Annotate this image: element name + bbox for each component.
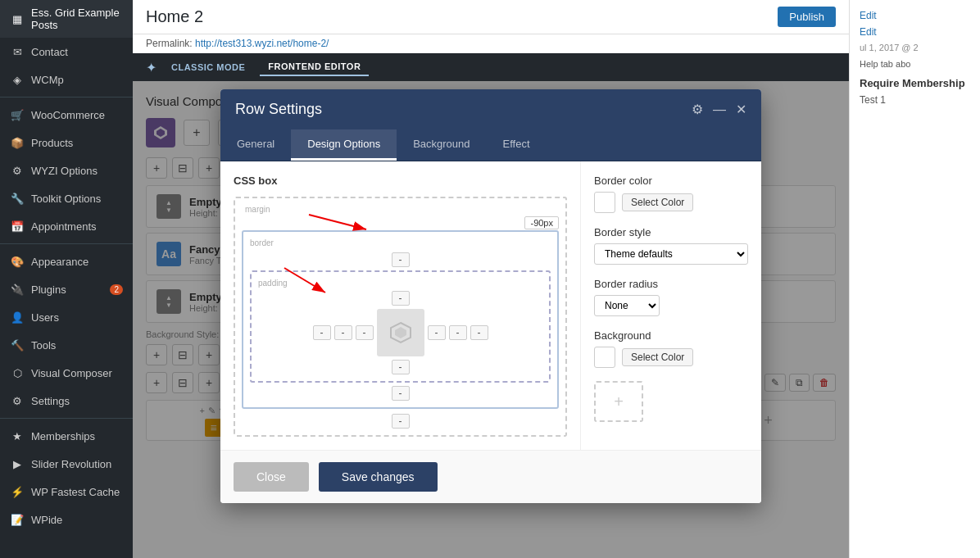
sidebar-item-wyzi-options[interactable]: ⚙ WYZI Options xyxy=(0,157,133,184)
classic-mode-button[interactable]: CLASSIC MODE xyxy=(163,59,253,75)
permalink-link[interactable]: http://test313.wyzi.net/home-2/ xyxy=(195,38,329,49)
background-color-select-button[interactable]: Select Color xyxy=(622,348,693,366)
modal-settings-button[interactable]: ⚙ xyxy=(692,102,703,117)
background-color-row: Select Color xyxy=(594,347,748,368)
separator-1 xyxy=(0,97,133,98)
padding-right-minus[interactable]: - xyxy=(428,325,446,340)
border-radius-group: Border radius None xyxy=(594,278,748,316)
save-changes-button[interactable]: Save changes xyxy=(319,462,438,492)
right-sidebar: Edit Edit ul 1, 2017 @ 2 Help tab abo Re… xyxy=(849,0,980,558)
sidebar-item-label: Plugins xyxy=(31,284,66,296)
sidebar-item-label: WooCommerce xyxy=(31,109,105,121)
border-box: border - padding xyxy=(242,230,559,409)
border-color-group: Border color Select Color xyxy=(594,175,748,213)
page-title: Home 2 xyxy=(146,7,203,26)
edit-link-1[interactable]: Edit xyxy=(860,10,970,21)
border-label: border xyxy=(250,238,551,247)
padding-left-minus[interactable]: - xyxy=(334,325,352,340)
sidebar-item-wcmp[interactable]: ◈ WCMp xyxy=(0,66,133,93)
outer-bottom-minus[interactable]: - xyxy=(392,414,410,429)
sidebar-item-contact[interactable]: ✉ Contact xyxy=(0,38,133,66)
svg-marker-5 xyxy=(395,327,406,338)
modal-minimize-button[interactable]: — xyxy=(713,102,726,117)
css-box-visual: margin -90px xyxy=(234,197,567,437)
separator-3 xyxy=(0,418,133,419)
sidebar-item-wp-fastest-cache[interactable]: ⚡ WP Fastest Cache xyxy=(0,478,133,506)
tab-design-options[interactable]: Design Options xyxy=(291,129,397,161)
tab-general[interactable]: General xyxy=(220,129,291,161)
help-text: Help tab abo xyxy=(860,59,970,69)
padding-top-minus[interactable]: - xyxy=(392,291,410,306)
background-color-swatch[interactable] xyxy=(594,347,615,368)
sidebar-item-ess-grid[interactable]: ▦ Ess. Grid Example Posts xyxy=(0,0,133,38)
modal-close-button[interactable]: ✕ xyxy=(736,102,746,117)
sidebar-item-label: Slider Revolution xyxy=(31,458,111,470)
sidebar-item-memberships[interactable]: ★ Memberships xyxy=(0,422,133,450)
memberships-icon: ★ xyxy=(10,429,25,443)
vc-icon: ⬡ xyxy=(10,365,25,380)
border-color-swatch[interactable] xyxy=(594,192,615,213)
right-panel: Border color Select Color Border style T… xyxy=(581,161,761,450)
sidebar-item-toolkit-options[interactable]: 🔧 Toolkit Options xyxy=(0,184,133,212)
sidebar-item-label: Tools xyxy=(31,339,56,352)
sidebar-item-plugins[interactable]: 🔌 Plugins 2 xyxy=(0,275,133,303)
padding-left-2-minus[interactable]: - xyxy=(356,325,374,340)
sidebar-item-wpide[interactable]: 📝 WPide xyxy=(0,506,133,533)
padding-right-3-minus[interactable]: - xyxy=(470,325,488,340)
modal-overlay: Row Settings ⚙ — ✕ General Design Option… xyxy=(133,81,849,558)
sidebar-item-appearance[interactable]: 🎨 Appearance xyxy=(0,247,133,275)
border-top-minus[interactable]: - xyxy=(392,252,410,267)
border-style-select[interactable]: Theme defaults xyxy=(594,243,748,265)
edit-link-2[interactable]: Edit xyxy=(860,26,970,38)
modal-footer: Close Save changes xyxy=(220,450,761,503)
sidebar-item-slider-revolution[interactable]: ▶ Slider Revolution xyxy=(0,450,133,478)
sidebar: ▦ Ess. Grid Example Posts ✉ Contact ◈ WC… xyxy=(0,0,133,558)
grid-icon: ▦ xyxy=(10,11,25,26)
users-icon: 👤 xyxy=(10,310,25,324)
frontend-editor-button[interactable]: FRONTEND EDITOR xyxy=(260,58,369,76)
padding-right-2-minus[interactable]: - xyxy=(449,325,467,340)
sidebar-item-label: WYZI Options xyxy=(31,165,98,177)
woo-icon: 🛒 xyxy=(10,107,25,122)
appointments-icon: 📅 xyxy=(10,219,25,234)
contact-icon: ✉ xyxy=(10,44,25,59)
sidebar-item-woocommerce[interactable]: 🛒 WooCommerce xyxy=(0,101,133,129)
date-meta: ul 1, 2017 @ 2 xyxy=(860,43,970,52)
tab-background[interactable]: Background xyxy=(397,129,486,161)
vc-logo-icon: ✦ xyxy=(146,60,157,75)
wpide-icon: 📝 xyxy=(10,512,25,527)
border-color-row: Select Color xyxy=(594,192,748,213)
publish-button[interactable]: Publish xyxy=(778,7,836,27)
topbar: Home 2 Publish xyxy=(133,0,849,34)
sidebar-item-tools[interactable]: 🔨 Tools xyxy=(0,331,133,359)
center-logo-svg xyxy=(388,320,413,345)
padding-box: padding xyxy=(250,270,551,383)
border-bottom-minus[interactable]: - xyxy=(392,386,410,401)
products-icon: 📦 xyxy=(10,135,25,150)
sidebar-item-settings[interactable]: ⚙ Settings xyxy=(0,387,133,415)
padding-left-border-minus[interactable]: - xyxy=(313,325,331,340)
modal-title: Row Settings xyxy=(235,101,322,118)
padding-bottom-minus[interactable]: - xyxy=(392,360,410,374)
sidebar-item-label: WCMp xyxy=(31,74,64,86)
sidebar-item-users[interactable]: 👤 Users xyxy=(0,303,133,331)
border-style-group: Border style Theme defaults xyxy=(594,226,748,265)
border-color-select-button[interactable]: Select Color xyxy=(622,193,693,211)
background-label: Background xyxy=(594,329,748,342)
modal-body: CSS box margin -90px xyxy=(220,161,761,450)
border-radius-select[interactable]: None xyxy=(594,295,660,316)
sidebar-item-products[interactable]: 📦 Products xyxy=(0,129,133,157)
separator-2 xyxy=(0,243,133,244)
wyzi-icon: ⚙ xyxy=(10,163,25,178)
sidebar-item-appointments[interactable]: 📅 Appointments xyxy=(0,212,133,240)
sidebar-item-label: Settings xyxy=(31,395,70,407)
modebar: ✦ CLASSIC MODE FRONTEND EDITOR xyxy=(133,53,849,81)
add-background-button[interactable]: + xyxy=(594,381,643,422)
sidebar-item-visual-composer[interactable]: ⬡ Visual Composer xyxy=(0,359,133,387)
css-box-panel: CSS box margin -90px xyxy=(220,161,581,450)
modal-header-actions: ⚙ — ✕ xyxy=(692,102,746,117)
tab-effect[interactable]: Effect xyxy=(487,129,547,161)
sidebar-item-label: Users xyxy=(31,311,59,324)
sidebar-item-label: Products xyxy=(31,137,73,149)
close-button[interactable]: Close xyxy=(234,462,309,492)
